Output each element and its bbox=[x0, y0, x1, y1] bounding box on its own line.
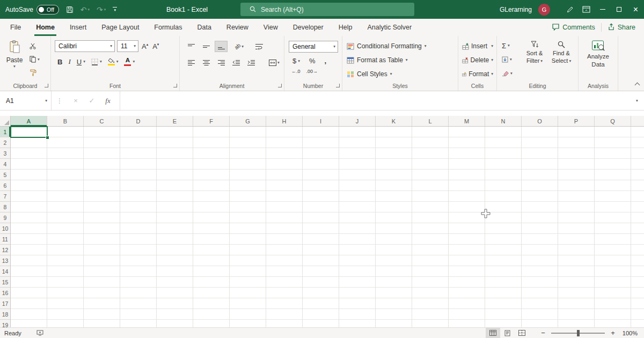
delete-cells-button[interactable]: Delete ▾ bbox=[458, 54, 496, 67]
row-header-5[interactable]: 5 bbox=[0, 170, 10, 180]
alignment-dialog-launcher-icon[interactable] bbox=[278, 84, 282, 87]
font-dialog-launcher-icon[interactable] bbox=[173, 84, 177, 87]
column-header-g[interactable]: G bbox=[230, 116, 266, 126]
cell-styles-button[interactable]: Cell Styles ▾ bbox=[347, 68, 458, 80]
row-header-19[interactable]: 19 bbox=[0, 320, 10, 327]
bold-button[interactable]: B bbox=[57, 58, 62, 66]
maximize-button[interactable] bbox=[611, 0, 627, 19]
column-header-h[interactable]: H bbox=[266, 116, 303, 126]
customize-quick-access-icon[interactable]: ▾ bbox=[113, 7, 117, 12]
zoom-out-button[interactable]: − bbox=[537, 329, 550, 337]
tab-view[interactable]: View bbox=[256, 19, 286, 36]
cut-button[interactable] bbox=[28, 41, 41, 51]
tab-formulas[interactable]: Formulas bbox=[147, 19, 189, 36]
column-header-l[interactable]: L bbox=[412, 116, 449, 126]
cancel-button[interactable]: × bbox=[68, 97, 84, 105]
autosum-button[interactable]: Σ ▾ bbox=[501, 39, 521, 52]
decrease-indent-button[interactable] bbox=[230, 57, 242, 68]
tab-analytic-solver[interactable]: Analytic Solver bbox=[360, 19, 419, 36]
row-header-8[interactable]: 8 bbox=[0, 202, 10, 212]
column-header-partial[interactable] bbox=[631, 116, 644, 126]
comments-button[interactable]: Comments bbox=[552, 23, 595, 32]
row-header-13[interactable]: 13 bbox=[0, 255, 10, 266]
search-box[interactable]: Search (Alt+Q) bbox=[240, 3, 414, 16]
save-icon[interactable] bbox=[66, 6, 74, 13]
italic-button[interactable]: I bbox=[68, 57, 70, 66]
select-all-button[interactable] bbox=[0, 116, 11, 127]
column-header-m[interactable]: M bbox=[449, 116, 485, 126]
insert-cells-button[interactable]: Insert ▾ bbox=[458, 40, 496, 53]
zoom-slider-thumb[interactable] bbox=[577, 330, 580, 336]
zoom-level[interactable]: 100% bbox=[619, 330, 644, 336]
enter-button[interactable]: ✓ bbox=[84, 97, 100, 105]
column-header-a[interactable]: A bbox=[11, 116, 47, 126]
macro-record-icon[interactable] bbox=[36, 330, 43, 336]
tab-file[interactable]: File bbox=[3, 19, 28, 36]
row-header-11[interactable]: 11 bbox=[0, 234, 10, 245]
row-header-2[interactable]: 2 bbox=[0, 137, 10, 148]
insert-function-button[interactable]: fx bbox=[100, 97, 116, 105]
row-header-10[interactable]: 10 bbox=[0, 223, 10, 234]
column-header-n[interactable]: N bbox=[485, 116, 522, 126]
column-header-b[interactable]: B bbox=[47, 116, 84, 126]
format-painter-button[interactable] bbox=[28, 68, 41, 78]
avatar[interactable]: G bbox=[538, 4, 550, 16]
tab-developer[interactable]: Developer bbox=[286, 19, 331, 36]
zoom-slider[interactable] bbox=[551, 333, 605, 334]
page-layout-view-button[interactable] bbox=[500, 328, 515, 338]
row-header-17[interactable]: 17 bbox=[0, 298, 10, 309]
column-header-f[interactable]: F bbox=[193, 116, 230, 126]
fill-button[interactable]: ▾ bbox=[501, 53, 521, 66]
ribbon-display-options-icon[interactable] bbox=[578, 0, 594, 19]
align-right-button[interactable] bbox=[215, 57, 227, 68]
format-as-table-button[interactable]: Format as Table ▾ bbox=[347, 54, 458, 67]
wrap-text-button[interactable] bbox=[255, 43, 263, 50]
column-header-i[interactable]: I bbox=[303, 116, 339, 126]
increase-indent-button[interactable] bbox=[245, 57, 257, 68]
align-left-button[interactable] bbox=[185, 57, 197, 68]
bottom-align-button[interactable] bbox=[215, 41, 227, 52]
accounting-format-button[interactable]: $ ▾ bbox=[292, 57, 300, 65]
increase-decimal-button[interactable]: ←.0 bbox=[291, 69, 301, 74]
row-header-12[interactable]: 12 bbox=[0, 245, 10, 255]
tab-home[interactable]: Home bbox=[28, 19, 62, 36]
active-cell-selection[interactable] bbox=[10, 126, 48, 138]
row-header-1[interactable]: 1 bbox=[0, 127, 10, 137]
number-dialog-launcher-icon[interactable] bbox=[336, 84, 340, 87]
row-header-18[interactable]: 18 bbox=[0, 309, 10, 320]
column-header-e[interactable]: E bbox=[157, 116, 193, 126]
center-button[interactable] bbox=[200, 57, 212, 68]
user-name[interactable]: GLerarning bbox=[500, 6, 532, 13]
row-header-15[interactable]: 15 bbox=[0, 277, 10, 288]
undo-icon[interactable]: ↶▾ bbox=[80, 6, 90, 13]
share-button[interactable]: Share bbox=[608, 23, 635, 32]
grow-font-button[interactable]: A▴ bbox=[141, 43, 149, 50]
tab-page-layout[interactable]: Page Layout bbox=[94, 19, 147, 36]
row-header-14[interactable]: 14 bbox=[0, 266, 10, 277]
row-header-3[interactable]: 3 bbox=[0, 148, 10, 159]
column-header-k[interactable]: K bbox=[376, 116, 412, 126]
sort-filter-button[interactable]: Sort & Filter▾ bbox=[521, 38, 548, 81]
column-header-q[interactable]: Q bbox=[595, 116, 631, 126]
row-header-9[interactable]: 9 bbox=[0, 212, 10, 223]
format-cells-button[interactable]: Format ▾ bbox=[458, 68, 496, 80]
analyze-data-button[interactable]: Analyze Data bbox=[581, 40, 616, 69]
font-color-button[interactable]: A ▾ bbox=[124, 57, 135, 66]
tab-data[interactable]: Data bbox=[189, 19, 218, 36]
row-header-6[interactable]: 6 bbox=[0, 180, 10, 191]
tab-help[interactable]: Help bbox=[331, 19, 360, 36]
decrease-decimal-button[interactable]: .00→ bbox=[306, 69, 318, 74]
column-header-c[interactable]: C bbox=[84, 116, 120, 126]
minimize-button[interactable] bbox=[594, 0, 611, 19]
column-header-o[interactable]: O bbox=[522, 116, 558, 126]
row-header-7[interactable]: 7 bbox=[0, 191, 10, 202]
column-header-d[interactable]: D bbox=[120, 116, 157, 126]
formula-bar-expand-icon[interactable]: ▾ bbox=[630, 99, 644, 103]
underline-button[interactable]: U ▾ bbox=[77, 58, 85, 66]
merge-center-button[interactable]: ▾ bbox=[269, 60, 280, 66]
conditional-formatting-button[interactable]: Conditional Formatting ▾ bbox=[347, 40, 458, 53]
shrink-font-button[interactable]: A▾ bbox=[151, 43, 160, 50]
clipboard-dialog-launcher-icon[interactable] bbox=[45, 84, 48, 87]
zoom-in-button[interactable]: + bbox=[606, 329, 619, 337]
name-box[interactable]: A1 ▾ bbox=[0, 91, 52, 110]
